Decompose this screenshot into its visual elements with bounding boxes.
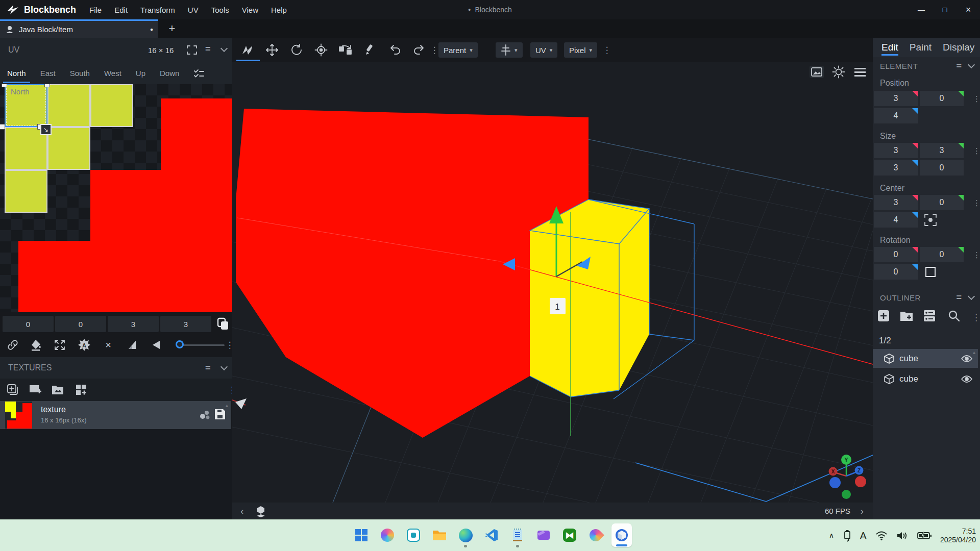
center-x-field[interactable]: 3 — [874, 195, 918, 210]
wifi-icon[interactable] — [875, 531, 888, 541]
volume-icon[interactable] — [896, 531, 909, 541]
lighting-sun-icon[interactable] — [832, 65, 845, 79]
center-z-field[interactable]: 4 — [874, 212, 918, 228]
uv-editor-canvas[interactable]: North ↘ — [0, 84, 232, 312]
uv-resize-handle[interactable] — [0, 124, 5, 130]
pivot-tool-button[interactable] — [312, 42, 330, 58]
panel-drag-handle[interactable]: = — [956, 292, 962, 303]
edge-button[interactable] — [455, 523, 476, 547]
position-y-field[interactable]: 0 — [920, 91, 964, 106]
rotation-menu-dots[interactable]: ⋮ — [973, 251, 980, 260]
create-texture-icon[interactable] — [29, 384, 42, 396]
menu-transform[interactable]: Transform — [140, 6, 175, 14]
toggle-list-button[interactable] — [923, 309, 936, 322]
parent-space-dropdown[interactable]: Parent ▾ — [438, 42, 478, 58]
copilot-button[interactable] — [377, 523, 398, 547]
maximize-uv-button[interactable] — [53, 338, 66, 352]
clipchamp-button[interactable] — [533, 523, 554, 547]
search-icon[interactable] — [947, 309, 961, 322]
menu-view[interactable]: View — [242, 6, 258, 14]
outliner-overflow-dots[interactable]: ⋮ — [972, 312, 980, 323]
import-texture-icon[interactable] — [6, 383, 19, 396]
center-menu-dots[interactable]: ⋮ — [973, 198, 980, 208]
menu-uv[interactable]: UV — [188, 6, 199, 14]
outliner-item-cube-2[interactable]: cube — [873, 369, 978, 388]
link-uv-button[interactable] — [6, 338, 19, 352]
fullscreen-icon[interactable] — [187, 45, 197, 55]
collapse-panel-icon[interactable] — [220, 45, 228, 52]
uv-texture-size[interactable]: 16 × 16 — [148, 46, 174, 55]
palette-icon[interactable] — [199, 409, 211, 420]
notepad-button[interactable] — [507, 523, 528, 547]
new-tab-button[interactable]: + — [164, 19, 180, 38]
menu-edit[interactable]: Edit — [114, 6, 128, 14]
texture-list-item[interactable]: texture 16 x 16px (16x) ▲ — [0, 401, 231, 429]
outliner-item-cube-1[interactable]: cube ▲ — [873, 349, 978, 368]
widgets-button[interactable] — [403, 523, 424, 547]
viewport-3d[interactable]: 1 Y X Z — [232, 62, 873, 503]
rotation-y-field[interactable]: 0 — [920, 247, 964, 262]
uv-opacity-slider-knob[interactable] — [176, 340, 184, 348]
visibility-eye-icon[interactable] — [961, 354, 973, 363]
menu-tools[interactable]: Tools — [211, 6, 229, 14]
center-y-field[interactable]: 0 — [920, 195, 964, 210]
rescale-checkbox[interactable] — [925, 267, 936, 277]
uv-mode-dropdown[interactable]: UV ▾ — [530, 42, 557, 58]
texture-template-icon[interactable] — [75, 383, 88, 396]
pixel-grid-dropdown[interactable]: Pixel ▾ — [564, 42, 597, 58]
face-tab-south[interactable]: South — [63, 62, 97, 84]
scroll-up-arrow[interactable]: ▲ — [972, 350, 976, 355]
collapse-section-icon[interactable] — [968, 293, 975, 300]
position-x-field[interactable]: 3 — [874, 91, 918, 106]
uv-resize-handle[interactable] — [2, 84, 7, 87]
toolbar-overflow-dots[interactable]: ⋮ — [430, 42, 438, 58]
rotation-x-field[interactable]: 0 — [874, 247, 918, 262]
panel-drag-handle[interactable]: = — [956, 61, 962, 71]
uv-face-box[interactable] — [47, 127, 90, 170]
uv-face-box[interactable] — [5, 170, 47, 213]
size-y-field[interactable]: 3 — [920, 143, 964, 158]
mirror-x-button[interactable] — [126, 338, 139, 352]
gizmo-neg-x-ball[interactable] — [855, 476, 866, 487]
blockbench-taskbar-button[interactable] — [611, 523, 632, 547]
size-z-field[interactable]: 3 — [874, 160, 918, 176]
scroll-up-arrow[interactable]: ▲ — [225, 403, 229, 408]
move-tool-button[interactable] — [263, 42, 281, 58]
uv-resize-handle[interactable] — [44, 84, 50, 87]
face-tab-west[interactable]: West — [97, 62, 129, 84]
uv-x-input[interactable]: 0 — [3, 316, 54, 332]
size-menu-dots[interactable]: ⋮ — [973, 146, 980, 156]
tab-paint[interactable]: Paint — [910, 38, 932, 57]
close-button[interactable]: × — [957, 0, 980, 19]
gizmo-neg-y-ball[interactable] — [842, 490, 851, 499]
face-tab-down[interactable]: Down — [153, 62, 186, 84]
texture-folder-icon[interactable] — [51, 384, 65, 396]
face-checklist-icon[interactable] — [193, 68, 205, 79]
menu-help[interactable]: Help — [271, 6, 287, 14]
view-mode-cube-icon[interactable] — [255, 505, 267, 517]
uv-face-box[interactable] — [47, 84, 90, 127]
visibility-eye-icon[interactable] — [961, 374, 973, 384]
paint-button[interactable] — [585, 523, 606, 547]
next-view-chevron[interactable]: › — [861, 506, 864, 517]
position-z-field[interactable]: 4 — [874, 108, 918, 123]
xbox-button[interactable]: ⧓ — [559, 523, 580, 547]
uv-width-input[interactable]: 3 — [108, 316, 159, 332]
tray-chevron-icon[interactable]: ∧ — [829, 531, 835, 540]
viewport-menu-icon[interactable] — [853, 67, 867, 77]
rotate-tool-button[interactable] — [287, 42, 306, 58]
gizmo-neg-z-ball[interactable] — [829, 477, 841, 488]
clear-uv-button[interactable]: × — [102, 338, 115, 352]
mirror-mode-dropdown[interactable]: ▾ — [496, 42, 523, 58]
transform-space-button[interactable] — [336, 42, 355, 58]
start-button[interactable] — [351, 523, 372, 547]
tab-display[interactable]: Display — [943, 38, 974, 57]
uv-opacity-slider-track[interactable] — [180, 344, 225, 346]
focus-pivot-icon[interactable] — [924, 213, 937, 227]
fill-face-button[interactable] — [30, 338, 43, 352]
maximize-button[interactable]: □ — [933, 0, 957, 19]
face-tab-east[interactable]: East — [33, 62, 63, 84]
ime-indicator[interactable]: A — [860, 530, 867, 542]
face-tab-up[interactable]: Up — [129, 62, 153, 84]
uv-y-input[interactable]: 0 — [55, 316, 106, 332]
